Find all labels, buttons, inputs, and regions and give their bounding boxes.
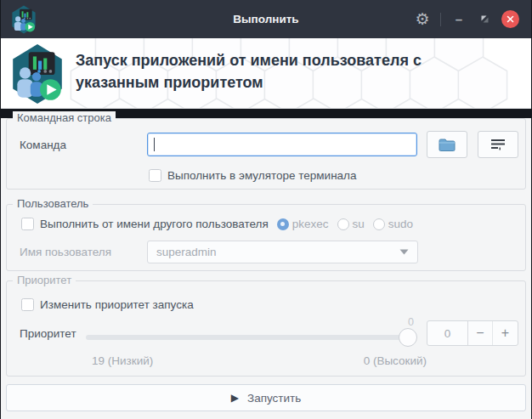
page-title: Запуск приложений от имени пользователя … (76, 49, 492, 93)
group-user-legend: Пользователь (13, 197, 93, 210)
command-input-wrap (147, 133, 417, 156)
username-row: Имя поьзователя superadmin (13, 241, 518, 263)
radio-pkexec-circle (277, 218, 289, 230)
window-frame: Выполнить ⚙ – (0, 0, 532, 419)
close-icon (501, 10, 519, 28)
priority-slider-row: Приоритет 0 0 − + (13, 318, 518, 348)
gear-icon: ⚙ (415, 11, 429, 27)
radio-pkexec-label: pkexec (292, 218, 329, 230)
radio-su-circle (337, 218, 349, 230)
username-label: Имя поьзователя (13, 246, 147, 258)
priority-slider[interactable]: 0 (86, 318, 416, 348)
chevron-down-icon (399, 249, 409, 255)
slider-track[interactable] (86, 335, 416, 340)
app-logo-icon-large (9, 43, 65, 105)
run-button[interactable]: ▶ Запустить (6, 384, 526, 411)
command-label: Команда (13, 139, 147, 151)
text-caret (154, 138, 155, 151)
radio-sudo-label: sudo (388, 218, 413, 230)
app-logo-icon (10, 5, 37, 34)
close-button[interactable] (497, 7, 523, 32)
history-button[interactable] (478, 131, 518, 158)
change-priority-row: Изменить приоритет запуска (13, 298, 518, 311)
settings-button[interactable]: ⚙ (410, 7, 435, 32)
username-combobox[interactable]: superadmin (147, 241, 418, 263)
change-priority-checkbox[interactable] (21, 298, 34, 311)
command-row: Команда (13, 131, 518, 158)
radio-pkexec[interactable]: pkexec (277, 218, 329, 230)
spinbox-decrement-button[interactable]: − (468, 321, 493, 345)
group-priority-legend: Приоритет (13, 274, 76, 286)
minimize-icon: – (456, 13, 462, 25)
group-priority: Приоритет Изменить приоритет запуска При… (6, 280, 526, 377)
folder-icon (439, 138, 456, 152)
other-user-checkbox[interactable] (21, 218, 34, 230)
priority-low-label: 19 (Низкий) (92, 354, 153, 367)
terminal-checkbox-label: Выполнить в эмуляторе терминала (167, 169, 356, 182)
command-input[interactable] (147, 133, 417, 156)
radio-sudo[interactable]: sudo (373, 218, 413, 230)
history-list-icon (490, 139, 506, 150)
browse-file-button[interactable] (427, 131, 467, 158)
change-priority-checkbox-label: Изменить приоритет запуска (40, 298, 194, 311)
run-button-label: Запустить (247, 392, 301, 405)
terminal-checkbox[interactable] (149, 169, 161, 182)
spinbox-value[interactable]: 0 (427, 321, 468, 345)
radio-su[interactable]: su (337, 218, 365, 230)
slider-value-label: 0 (408, 316, 414, 328)
minimize-button[interactable]: – (446, 7, 472, 32)
other-user-checkbox-label: Выполнить от имени другого пользователя (40, 218, 269, 230)
group-command-line: Командная строка Команда (6, 118, 526, 190)
maximize-icon (481, 15, 489, 23)
username-value: superadmin (156, 246, 217, 258)
group-command-legend: Командная строка (13, 111, 116, 124)
spinbox-increment-button[interactable]: + (493, 321, 518, 345)
radio-su-label: su (353, 218, 365, 230)
radio-sudo-circle (373, 218, 385, 230)
group-user: Пользователь Выполнить от имени другого … (6, 204, 526, 271)
maximize-button[interactable] (472, 7, 497, 32)
main-content: Командная строка Команда (1, 118, 531, 419)
slider-handle[interactable] (399, 328, 417, 347)
other-user-row: Выполнить от имени другого пользователя … (13, 218, 518, 230)
header-banner: Запуск приложений от имени пользователя … (1, 38, 531, 109)
titlebar: Выполнить ⚙ – (1, 0, 531, 38)
titlebar-separator (440, 13, 441, 26)
priority-high-label: 0 (Высокий) (364, 354, 427, 367)
priority-label: Приоритет (13, 327, 86, 340)
priority-scale-labels: 19 (Низкий) 0 (Высокий) (92, 354, 427, 367)
play-icon: ▶ (231, 393, 239, 403)
priority-spinbox: 0 − + (427, 320, 518, 346)
terminal-checkbox-row: Выполнить в эмуляторе терминала (149, 169, 518, 182)
